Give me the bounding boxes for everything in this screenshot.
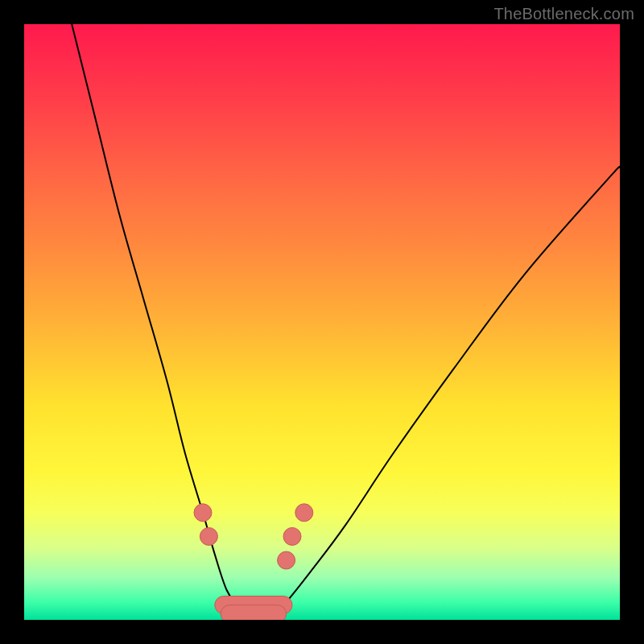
plot-area: [24, 24, 620, 620]
right-dot-1: [278, 551, 295, 569]
right-curve: [268, 167, 620, 620]
watermark-text: TheBottleneck.com: [493, 5, 634, 23]
chart-frame: TheBottleneck.com: [0, 0, 644, 644]
right-dot-2: [283, 527, 301, 545]
left-curve: [72, 24, 245, 620]
curves-svg: [24, 24, 620, 620]
left-dot-2: [200, 527, 217, 545]
markers-group: [194, 504, 313, 569]
right-dot-3: [295, 504, 313, 522]
left-dot-1: [194, 504, 212, 522]
baseline-segment-1: [221, 605, 286, 620]
baseline-cluster: [215, 597, 292, 621]
